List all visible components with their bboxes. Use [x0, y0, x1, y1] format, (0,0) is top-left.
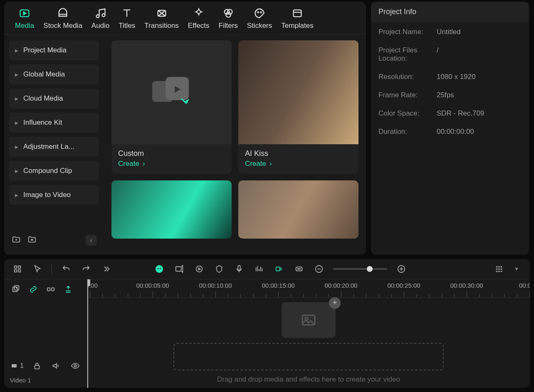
info-row-frame-rate: Frame Rate:25fps: [378, 91, 522, 99]
microphone-button[interactable]: [233, 263, 245, 275]
card-template-4[interactable]: [238, 180, 358, 239]
tab-titles[interactable]: Titles: [119, 7, 135, 30]
link-button[interactable]: [27, 284, 39, 295]
zoom-out-button[interactable]: [313, 263, 325, 275]
audio-mixer-button[interactable]: [253, 263, 265, 275]
media-icon: [19, 7, 30, 19]
tab-label: Effects: [188, 22, 210, 30]
tab-templates[interactable]: Templates: [281, 7, 313, 30]
svg-rect-29: [501, 269, 502, 270]
triangle-right-icon: ▶: [15, 48, 18, 53]
sidebar-item-label: Cloud Media: [23, 94, 63, 103]
svg-rect-10: [15, 266, 17, 269]
grid-view-button[interactable]: [12, 263, 23, 275]
fit-width-button[interactable]: [293, 263, 305, 275]
add-media-button[interactable]: [173, 263, 185, 275]
sidebar-item-influence-kit[interactable]: ▶Influence Kit: [9, 113, 99, 133]
tab-stickers[interactable]: Stickers: [247, 7, 272, 30]
tab-media[interactable]: Media: [15, 7, 34, 30]
info-value: 00:00:00:00: [437, 128, 474, 136]
preview-button[interactable]: [193, 263, 205, 275]
tab-stock-media[interactable]: Stock Media: [43, 7, 82, 30]
view-options-button[interactable]: [493, 263, 505, 275]
sidebar-item-cloud-media[interactable]: ▶Cloud Media: [9, 89, 99, 108]
effects-icon: [193, 7, 205, 19]
timeline-ruler[interactable]: 00:0000:00:05:0000:00:10:0000:00:15:0000…: [87, 279, 530, 298]
snap-button[interactable]: [273, 263, 285, 275]
card-create-link[interactable]: Create›: [238, 159, 358, 174]
media-sidebar: ▶Project Media ▶Global Media ▶Cloud Medi…: [4, 35, 104, 255]
collapse-sidebar-button[interactable]: ‹: [86, 235, 96, 246]
track-area: 00:0000:00:05:0000:00:10:0000:00:15:0000…: [87, 279, 530, 388]
filters-icon: [222, 7, 234, 19]
mute-track-button[interactable]: [50, 360, 62, 372]
view-dropdown-button[interactable]: ▼: [511, 263, 522, 275]
redo-button[interactable]: [80, 263, 92, 275]
lock-track-button[interactable]: [31, 360, 43, 372]
triangle-right-icon: ▶: [15, 121, 18, 125]
sidebar-item-global-media[interactable]: ▶Global Media: [9, 64, 99, 84]
add-track-button[interactable]: [10, 284, 22, 295]
card-template-3[interactable]: [111, 180, 232, 239]
svg-rect-17: [176, 267, 181, 271]
card-ai-kiss[interactable]: AI Kiss Create›: [238, 40, 358, 174]
cursor-tool-button[interactable]: [32, 263, 43, 275]
marker-button[interactable]: [213, 263, 225, 275]
svg-point-4: [226, 12, 231, 17]
info-row-project-name: Project Name:Untitled: [378, 28, 522, 36]
sidebar-item-compound-clip[interactable]: ▶Compound Clip: [9, 161, 99, 181]
sidebar-item-label: Influence Kit: [23, 118, 62, 127]
project-info-panel: Project Info Project Name:Untitled Proje…: [371, 2, 529, 255]
card-title: AI Kiss: [238, 144, 358, 159]
hide-track-button[interactable]: [69, 360, 81, 372]
triangle-right-icon: ▶: [15, 169, 18, 173]
ruler-label: 00:00:05:00: [136, 282, 169, 289]
drop-hint-text: Drag and drop media and effects here to …: [217, 375, 400, 384]
sidebar-item-label: Adjustment La...: [23, 143, 74, 151]
drop-target[interactable]: [173, 343, 444, 370]
info-value: 1080 x 1920: [437, 73, 476, 81]
info-row-duration: Duration:00:00:00:00: [378, 128, 522, 136]
zoom-in-button[interactable]: [396, 263, 407, 275]
tab-label: Templates: [281, 22, 313, 30]
info-label: Frame Rate:: [378, 91, 428, 99]
tab-effects[interactable]: Effects: [188, 7, 210, 30]
svg-rect-32: [501, 271, 502, 272]
ruler-label: 00:00:30:00: [450, 282, 483, 289]
zoom-slider[interactable]: [333, 268, 387, 270]
card-thumbnail: [111, 40, 232, 144]
undo-button[interactable]: [60, 263, 72, 275]
sidebar-item-adjustment-layer[interactable]: ▶Adjustment La...: [9, 137, 99, 157]
svg-point-39: [74, 365, 77, 367]
more-tools-button[interactable]: [100, 263, 112, 275]
svg-rect-27: [496, 269, 498, 270]
info-value: Untitled: [437, 28, 461, 36]
card-create-link[interactable]: Create›: [111, 159, 232, 174]
magnetic-button[interactable]: [62, 284, 74, 295]
new-folder-icon[interactable]: [12, 235, 21, 246]
sidebar-item-image-to-video[interactable]: ▶Image to Video: [9, 185, 99, 205]
svg-rect-19: [238, 266, 240, 270]
sidebar-item-label: Image to Video: [23, 191, 71, 199]
chevron-right-icon: ›: [143, 160, 145, 168]
card-custom[interactable]: Custom Create›: [111, 40, 232, 174]
triangle-right-icon: ▶: [15, 193, 18, 197]
tab-audio[interactable]: Audio: [91, 7, 109, 30]
svg-rect-37: [12, 364, 17, 367]
tab-transitions[interactable]: Transitions: [144, 7, 179, 30]
tab-filters[interactable]: Filters: [219, 7, 238, 30]
ai-assistant-button[interactable]: [153, 263, 165, 275]
svg-rect-35: [47, 288, 50, 291]
svg-rect-28: [498, 269, 500, 270]
svg-point-18: [196, 266, 203, 272]
card-thumbnail: [238, 40, 358, 144]
ripple-button[interactable]: [45, 284, 57, 295]
sidebar-item-project-media[interactable]: ▶Project Media: [9, 40, 99, 60]
tab-label: Stock Media: [43, 22, 82, 30]
drop-placeholder: +: [282, 302, 336, 338]
playhead[interactable]: [87, 279, 88, 388]
delete-folder-icon[interactable]: [27, 235, 37, 246]
panel-header: Project Info: [371, 2, 529, 22]
stickers-icon: [254, 7, 265, 19]
svg-point-6: [260, 12, 261, 13]
